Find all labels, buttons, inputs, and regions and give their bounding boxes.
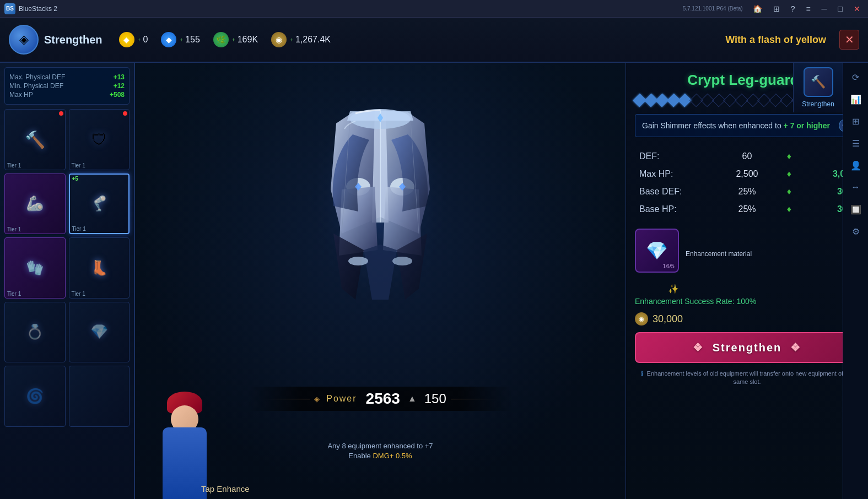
side-icon-7[interactable]: 🔲 [846, 199, 866, 219]
title-bar: BS BlueStacks 2 5.7.121.1001 P64 (Beta) … [0, 0, 868, 18]
equipment-grid: 🔨 Tier 1 🛡 Tier 1 🦾 Tier 1 +5 🦿 Tier 1 [4, 109, 130, 427]
equipment-list-panel: Max. Physical DEF +13 Min. Physical DEF … [0, 63, 135, 499]
equip-slot-weapon[interactable]: 🔨 Tier 1 [4, 109, 66, 170]
close-button[interactable]: ✕ [850, 3, 864, 14]
left-arrow-icon: ❖ [693, 341, 704, 354]
gem-count: 16/5 [663, 263, 675, 269]
blue-diamond-currency[interactable]: ◆ + 155 [161, 32, 200, 47]
equip-slot-empty[interactable] [69, 366, 130, 427]
strengthen-button[interactable]: ❖ Strengthen ❖ [635, 332, 859, 363]
equip-slot-leg-guards[interactable]: +5 🦿 Tier 1 [69, 173, 130, 235]
topbar-close-button[interactable]: ✕ [839, 30, 859, 50]
red-dot-indicator [59, 111, 63, 116]
maximize-button[interactable]: □ [835, 3, 846, 14]
equip-slot-arm-armor[interactable]: 🦾 Tier 1 [4, 173, 66, 235]
stat-label-def: DEF: [635, 149, 719, 164]
svg-point-14 [392, 257, 412, 265]
window-controls: 🏠 ⊞ ? ≡ ─ □ ✕ [750, 3, 864, 14]
magic-effect: ✨ [635, 284, 859, 295]
equip-slot-amulet1[interactable]: 🌀 [4, 366, 66, 427]
side-icon-4[interactable]: ☰ [846, 133, 866, 153]
cost-row: ◉ 30,000 [635, 312, 859, 326]
strengthen-panel-label: Strengthen [802, 100, 834, 108]
item-display [292, 79, 468, 313]
side-icon-strip: ⟳ 📊 ⊞ ☰ 👤 ↔ 🔲 ⚙ [843, 63, 868, 499]
enhance-hint: Enhancement material [686, 250, 859, 258]
blue-diamond-value: 155 [185, 35, 200, 45]
diamond-icon: ◆ [119, 32, 134, 47]
stat-row-basehp: Base HP: 25% ♦ 30% [635, 202, 859, 216]
svg-point-13 [348, 257, 368, 265]
transfer-note-text: Enhancement levels of old equipment will… [647, 370, 854, 385]
blue-diamond-icon: ◆ [161, 32, 176, 47]
home-button[interactable]: 🏠 [750, 3, 765, 14]
side-icon-3[interactable]: ⊞ [846, 111, 866, 131]
stat-base-basehp: 25% [719, 202, 775, 216]
strengthen-panel-icon: 🔨 [804, 67, 833, 97]
equip-slot-gauntlet[interactable]: 🧤 Tier 1 [4, 237, 66, 299]
game-topbar: ◈ Strengthen ◆ + 0 ◆ + 155 🌿 + 169K ◉ + … [0, 18, 868, 63]
currency-group: ◆ + 0 ◆ + 155 🌿 + 169K ◉ + 1,267.4K [119, 32, 331, 47]
stat-label-basehp: Base HP: [635, 202, 719, 216]
strengthen-btn-label: Strengthen [713, 341, 782, 354]
hint-main-text: Any 8 equipment enhanced to +7 [327, 442, 433, 450]
cost-value: 30,000 [653, 313, 683, 325]
stat-row-basedef: Base DEF: 25% ♦ 30% [635, 185, 859, 199]
power-bar: ◈ Power 2563 ▲ 150 [248, 387, 513, 411]
app-name: BlueStacks 2 [19, 5, 683, 13]
info-icon: ℹ [641, 370, 643, 377]
diamond-value: 0 [143, 35, 148, 45]
green-currency[interactable]: 🌿 + 169K [213, 32, 258, 47]
arrow-icon-basedef: ♦ [787, 187, 791, 196]
right-arrow-icon: ❖ [790, 341, 801, 354]
minimize-button[interactable]: ─ [818, 3, 831, 14]
coin-icon: ◉ [635, 312, 648, 326]
app-version: 5.7.121.1001 P64 (Beta) [683, 6, 743, 12]
stat-label-basedef: Base DEF: [635, 185, 719, 199]
equip-slot-ring2[interactable]: 💎 [69, 302, 130, 363]
power-delta: 150 [424, 391, 446, 406]
hint-sub-text: Enable DMG+ 0.5% [348, 452, 412, 460]
stat-physical-def-max: Max. Physical DEF +13 [9, 73, 125, 81]
stat-base-basedef: 25% [719, 185, 775, 199]
tap-enhance-button[interactable]: Tap Enhance [201, 484, 250, 493]
side-icon-1[interactable]: ⟳ [846, 67, 866, 87]
side-icon-6[interactable]: ↔ [846, 177, 866, 197]
transfer-note: ℹ Enhancement levels of old equipment wi… [635, 370, 859, 387]
stat-physical-def-min: Min. Physical DEF +12 [9, 82, 125, 90]
shimmer-notice: Gain Shimmer effects when enhanced to + … [635, 114, 859, 137]
bottom-hint: Any 8 equipment enhanced to +7 Enable DM… [270, 441, 490, 460]
shimmer-notice-text: Gain Shimmer effects when enhanced to [642, 121, 781, 130]
equipment-stats: Max. Physical DEF +13 Min. Physical DEF … [4, 67, 130, 105]
logo-icon: ◈ [9, 25, 39, 55]
gem-slot[interactable]: 💎 16/5 [635, 229, 679, 273]
enhancement-rate: Enhancement Success Rate: 100% [635, 297, 859, 306]
main-area: Max. Physical DEF +13 Min. Physical DEF … [0, 63, 868, 499]
char-body [163, 427, 207, 499]
help-button[interactable]: ? [788, 3, 799, 14]
gold-currency[interactable]: ◉ + 1,267.4K [271, 32, 331, 47]
green-icon: 🌿 [213, 32, 229, 47]
gold-value: 1,267.4K [295, 35, 331, 45]
character-sprite [152, 389, 218, 499]
app-icon: BS [4, 3, 15, 14]
stat-max-hp: Max HP +508 [9, 91, 125, 99]
side-icon-settings[interactable]: ⚙ [846, 221, 866, 241]
gold-icon: ◉ [271, 32, 287, 47]
side-icon-2[interactable]: 📊 [846, 89, 866, 109]
arrow-icon-def: ♦ [787, 151, 791, 161]
arrow-icon-basehp: ♦ [787, 204, 791, 214]
layout-button[interactable]: ⊞ [770, 3, 783, 14]
equip-slot-boot[interactable]: 👢 Tier 1 [69, 237, 130, 299]
equip-slot-ring1[interactable]: 💍 [4, 302, 66, 363]
center-display-panel: ◈ Power 2563 ▲ 150 Any 8 equipment enhan… [135, 63, 626, 499]
equip-slot-shield[interactable]: 🛡 Tier 1 [69, 109, 130, 170]
stat-base-def: 60 [719, 149, 775, 164]
side-icon-5[interactable]: 👤 [846, 155, 866, 175]
red-dot-indicator [123, 111, 127, 116]
menu-button[interactable]: ≡ [802, 3, 813, 14]
stat-row-maxhp: Max HP: 2,500 ♦ 3,000 [635, 167, 859, 181]
diamond-currency[interactable]: ◆ + 0 [119, 32, 148, 47]
notification-banner: With a flash of yellow [725, 34, 826, 46]
shimmer-threshold: + 7 or higher [784, 121, 830, 130]
